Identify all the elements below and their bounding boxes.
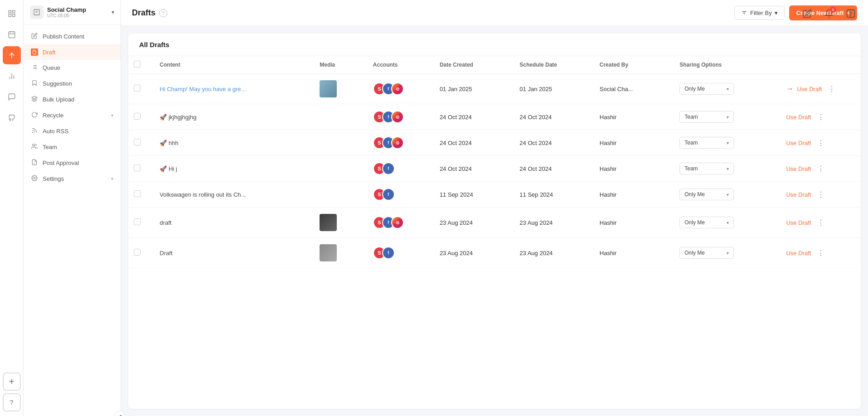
row-schedule-cell: 24 Oct 2024 xyxy=(514,104,594,130)
sidebar-icon-add[interactable]: + xyxy=(3,372,21,391)
row-content-cell: 🚀 jkjhgjhgjhg xyxy=(154,104,314,130)
sidebar-item-publish-content[interactable]: Publish Content xyxy=(24,29,121,44)
sidebar-item-post-approval[interactable]: Post Approval xyxy=(24,155,121,171)
use-draft-button[interactable]: Use Draft xyxy=(786,114,811,121)
row-schedule-date: 24 Oct 2024 xyxy=(519,114,552,121)
row-created-by-cell: Hashir xyxy=(594,238,674,268)
sharing-dropdown[interactable]: Team ▾ xyxy=(679,163,734,174)
avatar-fb: f xyxy=(382,162,395,175)
use-draft-button[interactable]: Use Draft xyxy=(786,140,811,146)
row-checkbox[interactable] xyxy=(134,85,141,92)
sharing-dropdown[interactable]: Team ▾ xyxy=(679,111,734,123)
row-created-by: Hashir xyxy=(600,250,617,256)
row-checkbox[interactable] xyxy=(134,139,141,145)
sharing-chevron: ▾ xyxy=(727,87,729,92)
col-checkbox xyxy=(128,56,154,74)
page-title-row: Drafts ? xyxy=(132,8,167,18)
sidebar-icon-calendar[interactable] xyxy=(3,25,21,44)
all-drafts-title: All Drafts xyxy=(139,41,170,48)
post-approval-icon xyxy=(31,159,38,167)
row-checkbox[interactable] xyxy=(134,113,141,120)
row-created-by-cell: Hashir xyxy=(594,130,674,156)
queue-icon xyxy=(31,64,38,72)
sidebar-item-auto-rss[interactable]: Auto RSS xyxy=(24,123,121,139)
sharing-value: Team xyxy=(684,165,698,172)
workspace-chevron[interactable]: ▾ xyxy=(112,9,114,15)
row-schedule-date: 24 Oct 2024 xyxy=(519,140,552,146)
row-actions: Use Draft ⋮ xyxy=(786,112,855,122)
row-content-text[interactable]: Hi Champ! May you have a gre... xyxy=(160,86,246,92)
sharing-dropdown[interactable]: Only Me ▾ xyxy=(679,83,734,95)
sidebar-item-bulk-upload[interactable]: Bulk Upload xyxy=(24,92,121,107)
page-header: Drafts ? Filter By ▾ Create New Draft + xyxy=(121,0,868,26)
sidebar-item-team[interactable]: Team xyxy=(24,139,121,155)
settings-icon xyxy=(31,175,38,183)
more-options-button[interactable]: ⋮ xyxy=(825,84,838,94)
sharing-chevron: ▾ xyxy=(727,220,729,225)
use-draft-button[interactable]: Use Draft xyxy=(786,191,811,198)
avatar-ig: ◎ xyxy=(391,82,404,95)
more-options-button[interactable]: ⋮ xyxy=(815,248,827,258)
row-schedule-cell: 23 Aug 2024 xyxy=(514,238,594,268)
row-media-cell xyxy=(314,208,368,238)
sidebar-icon-publish[interactable] xyxy=(3,46,21,64)
row-checkbox[interactable] xyxy=(134,249,141,256)
sidebar-icon-analytics[interactable] xyxy=(3,67,21,85)
page-help-icon[interactable]: ? xyxy=(159,9,167,17)
sidebar-item-suggestion[interactable]: Suggestion xyxy=(24,76,121,92)
use-draft-button[interactable]: Use Draft xyxy=(786,219,811,226)
use-draft-button[interactable]: Use Draft xyxy=(786,165,811,172)
user-profile-icon[interactable] xyxy=(843,5,859,22)
use-draft-button[interactable]: Use Draft xyxy=(797,86,822,92)
row-checkbox[interactable] xyxy=(134,190,141,197)
row-media-cell xyxy=(314,74,368,104)
sidebar-icon-help[interactable]: ? xyxy=(3,393,21,411)
sidebar-icon-listening[interactable] xyxy=(3,109,21,127)
compose-icon[interactable] xyxy=(799,5,815,22)
sidebar-item-recycle[interactable]: Recycle ▾ xyxy=(24,107,121,123)
avatar-ig: ◎ xyxy=(391,136,404,149)
sharing-dropdown[interactable]: Team ▾ xyxy=(679,137,734,149)
more-options-button[interactable]: ⋮ xyxy=(815,112,827,122)
sidebar-item-draft[interactable]: Draft xyxy=(24,44,121,60)
row-sharing-cell: Team ▾ xyxy=(674,156,781,182)
row-created-by: Hashir xyxy=(600,140,617,146)
row-schedule-date: 11 Sep 2024 xyxy=(519,191,553,198)
more-options-button[interactable]: ⋮ xyxy=(815,189,827,200)
row-schedule-date: 24 Oct 2024 xyxy=(519,165,552,172)
row-checkbox-cell xyxy=(128,74,154,104)
filter-button[interactable]: Filter By ▾ xyxy=(734,6,785,20)
notifications-icon[interactable]: 6 xyxy=(821,5,837,22)
row-accounts-cell: Sf◎ xyxy=(368,74,434,104)
more-options-button[interactable]: ⋮ xyxy=(815,164,827,174)
svg-rect-2 xyxy=(12,10,15,13)
row-actions: Use Draft ⋮ xyxy=(786,164,855,174)
row-date-cell: 23 Aug 2024 xyxy=(434,208,514,238)
sharing-dropdown[interactable]: Only Me ▾ xyxy=(679,247,734,259)
row-media-cell xyxy=(314,182,368,208)
row-actions-cell: Use Draft ⋮ xyxy=(781,130,861,156)
svg-rect-5 xyxy=(9,32,15,38)
row-checkbox[interactable] xyxy=(134,164,141,171)
select-all-checkbox[interactable] xyxy=(134,61,141,68)
row-media-cell xyxy=(314,238,368,268)
row-content-text: 🚀 Hi j xyxy=(160,165,177,172)
sharing-dropdown[interactable]: Only Me ▾ xyxy=(679,217,734,228)
sidebar-icon-inbox[interactable] xyxy=(3,88,21,106)
svg-rect-3 xyxy=(9,15,11,17)
more-options-button[interactable]: ⋮ xyxy=(815,218,827,228)
row-actions-cell: Use Draft ⋮ xyxy=(781,182,861,208)
row-date-created: 23 Aug 2024 xyxy=(440,219,473,226)
row-checkbox[interactable] xyxy=(134,218,141,225)
workspace-header[interactable]: Social Champ UTC-05:00 ▾ xyxy=(24,0,121,25)
more-options-button[interactable]: ⋮ xyxy=(815,138,827,148)
sidebar-icon-dashboard[interactable] xyxy=(3,5,21,23)
suggestion-icon xyxy=(31,80,38,87)
sidebar-item-queue[interactable]: Queue xyxy=(24,60,121,76)
svg-rect-1 xyxy=(9,10,11,13)
avatar-ig: ◎ xyxy=(391,216,404,229)
sidebar-wrapper: + ? Social Champ UTC-05:00 ▾ xyxy=(0,0,121,416)
sharing-dropdown[interactable]: Only Me ▾ xyxy=(679,189,734,200)
sidebar-item-settings[interactable]: Settings ▾ xyxy=(24,171,121,187)
use-draft-button[interactable]: Use Draft xyxy=(786,250,811,256)
